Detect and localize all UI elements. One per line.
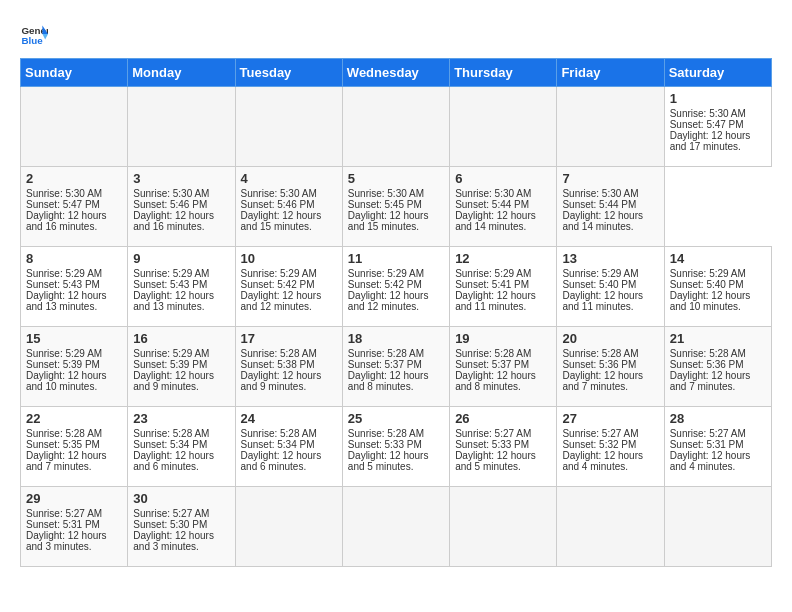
day-number: 10 bbox=[241, 251, 337, 266]
day-cell: 11Sunrise: 5:29 AMSunset: 5:42 PMDayligh… bbox=[342, 247, 449, 327]
day-cell: 30Sunrise: 5:27 AMSunset: 5:30 PMDayligh… bbox=[128, 487, 235, 567]
day-cell: 2Sunrise: 5:30 AMSunset: 5:47 PMDaylight… bbox=[21, 167, 128, 247]
day-cell: 14Sunrise: 5:29 AMSunset: 5:40 PMDayligh… bbox=[664, 247, 771, 327]
empty-cell bbox=[557, 87, 664, 167]
svg-text:Blue: Blue bbox=[21, 35, 43, 46]
day-cell: 25Sunrise: 5:28 AMSunset: 5:33 PMDayligh… bbox=[342, 407, 449, 487]
day-cell: 10Sunrise: 5:29 AMSunset: 5:42 PMDayligh… bbox=[235, 247, 342, 327]
day-number: 19 bbox=[455, 331, 551, 346]
day-cell: 6Sunrise: 5:30 AMSunset: 5:44 PMDaylight… bbox=[450, 167, 557, 247]
empty-cell bbox=[450, 487, 557, 567]
day-cell: 4Sunrise: 5:30 AMSunset: 5:46 PMDaylight… bbox=[235, 167, 342, 247]
dow-header-tuesday: Tuesday bbox=[235, 59, 342, 87]
empty-cell bbox=[235, 487, 342, 567]
empty-cell bbox=[342, 87, 449, 167]
day-cell: 21Sunrise: 5:28 AMSunset: 5:36 PMDayligh… bbox=[664, 327, 771, 407]
day-number: 2 bbox=[26, 171, 122, 186]
day-number: 18 bbox=[348, 331, 444, 346]
day-number: 3 bbox=[133, 171, 229, 186]
page-header: General Blue bbox=[20, 20, 772, 48]
day-cell: 15Sunrise: 5:29 AMSunset: 5:39 PMDayligh… bbox=[21, 327, 128, 407]
day-cell: 29Sunrise: 5:27 AMSunset: 5:31 PMDayligh… bbox=[21, 487, 128, 567]
dow-header-friday: Friday bbox=[557, 59, 664, 87]
day-number: 12 bbox=[455, 251, 551, 266]
day-cell: 26Sunrise: 5:27 AMSunset: 5:33 PMDayligh… bbox=[450, 407, 557, 487]
day-cell: 17Sunrise: 5:28 AMSunset: 5:38 PMDayligh… bbox=[235, 327, 342, 407]
day-number: 20 bbox=[562, 331, 658, 346]
empty-cell bbox=[342, 487, 449, 567]
day-cell: 9Sunrise: 5:29 AMSunset: 5:43 PMDaylight… bbox=[128, 247, 235, 327]
day-cell: 22Sunrise: 5:28 AMSunset: 5:35 PMDayligh… bbox=[21, 407, 128, 487]
day-cell: 3Sunrise: 5:30 AMSunset: 5:46 PMDaylight… bbox=[128, 167, 235, 247]
day-number: 4 bbox=[241, 171, 337, 186]
day-number: 24 bbox=[241, 411, 337, 426]
logo: General Blue bbox=[20, 20, 52, 48]
day-number: 5 bbox=[348, 171, 444, 186]
day-cell: 8Sunrise: 5:29 AMSunset: 5:43 PMDaylight… bbox=[21, 247, 128, 327]
day-cell: 5Sunrise: 5:30 AMSunset: 5:45 PMDaylight… bbox=[342, 167, 449, 247]
day-number: 21 bbox=[670, 331, 766, 346]
day-number: 11 bbox=[348, 251, 444, 266]
day-number: 29 bbox=[26, 491, 122, 506]
day-number: 22 bbox=[26, 411, 122, 426]
empty-cell bbox=[450, 87, 557, 167]
day-number: 6 bbox=[455, 171, 551, 186]
day-number: 26 bbox=[455, 411, 551, 426]
day-cell: 28Sunrise: 5:27 AMSunset: 5:31 PMDayligh… bbox=[664, 407, 771, 487]
day-number: 14 bbox=[670, 251, 766, 266]
day-number: 23 bbox=[133, 411, 229, 426]
day-cell: 20Sunrise: 5:28 AMSunset: 5:36 PMDayligh… bbox=[557, 327, 664, 407]
day-number: 13 bbox=[562, 251, 658, 266]
dow-header-wednesday: Wednesday bbox=[342, 59, 449, 87]
dow-header-thursday: Thursday bbox=[450, 59, 557, 87]
day-number: 8 bbox=[26, 251, 122, 266]
day-number: 25 bbox=[348, 411, 444, 426]
day-cell: 18Sunrise: 5:28 AMSunset: 5:37 PMDayligh… bbox=[342, 327, 449, 407]
day-cell: 7Sunrise: 5:30 AMSunset: 5:44 PMDaylight… bbox=[557, 167, 664, 247]
day-cell: 19Sunrise: 5:28 AMSunset: 5:37 PMDayligh… bbox=[450, 327, 557, 407]
day-cell: 27Sunrise: 5:27 AMSunset: 5:32 PMDayligh… bbox=[557, 407, 664, 487]
day-number: 28 bbox=[670, 411, 766, 426]
dow-header-sunday: Sunday bbox=[21, 59, 128, 87]
calendar-table: SundayMondayTuesdayWednesdayThursdayFrid… bbox=[20, 58, 772, 567]
day-number: 15 bbox=[26, 331, 122, 346]
day-cell: 16Sunrise: 5:29 AMSunset: 5:39 PMDayligh… bbox=[128, 327, 235, 407]
day-number: 9 bbox=[133, 251, 229, 266]
empty-cell bbox=[557, 487, 664, 567]
day-cell: 1 Sunrise: 5:30 AMSunset: 5:47 PMDayligh… bbox=[664, 87, 771, 167]
day-cell: 23Sunrise: 5:28 AMSunset: 5:34 PMDayligh… bbox=[128, 407, 235, 487]
empty-cell bbox=[128, 87, 235, 167]
day-number: 1 bbox=[670, 91, 766, 106]
day-number: 17 bbox=[241, 331, 337, 346]
empty-cell bbox=[235, 87, 342, 167]
day-number: 27 bbox=[562, 411, 658, 426]
day-number: 7 bbox=[562, 171, 658, 186]
empty-cell bbox=[664, 487, 771, 567]
day-cell: 12Sunrise: 5:29 AMSunset: 5:41 PMDayligh… bbox=[450, 247, 557, 327]
day-number: 16 bbox=[133, 331, 229, 346]
empty-cell bbox=[21, 87, 128, 167]
svg-marker-3 bbox=[42, 34, 48, 40]
day-cell: 24Sunrise: 5:28 AMSunset: 5:34 PMDayligh… bbox=[235, 407, 342, 487]
day-cell: 13Sunrise: 5:29 AMSunset: 5:40 PMDayligh… bbox=[557, 247, 664, 327]
dow-header-saturday: Saturday bbox=[664, 59, 771, 87]
dow-header-monday: Monday bbox=[128, 59, 235, 87]
day-number: 30 bbox=[133, 491, 229, 506]
